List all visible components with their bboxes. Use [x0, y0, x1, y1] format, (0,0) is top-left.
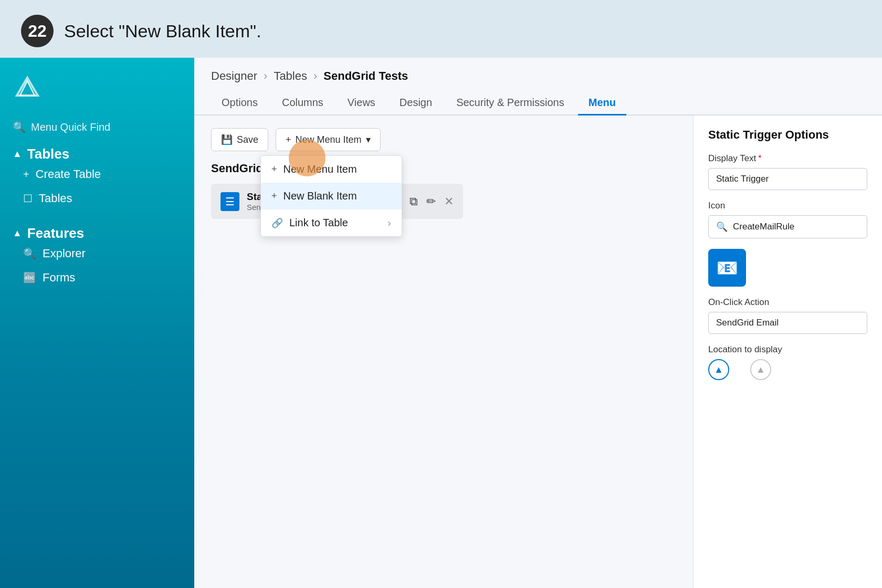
sidebar: 🔍 Menu Quick Find ▲ Tables + Create Tabl… — [0, 58, 194, 588]
search-icon: 🔍 — [13, 121, 26, 133]
dropdown-link-to-table-label: Link to Table — [289, 217, 348, 229]
tables-section-label: Tables — [27, 146, 69, 162]
new-menu-item-button[interactable]: + New Menu Item ▾ — [276, 128, 381, 151]
save-label: Save — [237, 134, 258, 145]
sidebar-logo — [0, 68, 194, 116]
dropdown-new-blank-item[interactable]: + New Blank Item — [261, 183, 402, 209]
breadcrumb-designer[interactable]: Designer — [211, 69, 257, 83]
icon-search-icon: 🔍 — [716, 221, 728, 233]
location-left-icon[interactable]: ▲ — [708, 359, 729, 380]
trigger-panel-title: Static Trigger Options — [708, 128, 867, 142]
main-content: 🔍 Menu Quick Find ▲ Tables + Create Tabl… — [0, 58, 882, 588]
breadcrumb-separator-1: › — [264, 69, 267, 83]
location-toggles: ▲ ▲ — [708, 359, 867, 380]
plus-icon: + — [23, 169, 29, 181]
sidebar-item-forms[interactable]: 🔤 Forms — [13, 266, 182, 290]
sidebar-search[interactable]: 🔍 Menu Quick Find — [0, 116, 194, 139]
table-icon: ☐ — [23, 192, 33, 205]
breadcrumb-current: SendGrid Tests — [323, 69, 408, 83]
tables-section-header[interactable]: ▲ Tables — [13, 146, 182, 162]
dropdown-new-menu-item-label: New Menu Item — [284, 163, 357, 175]
breadcrumb-separator-2: › — [313, 69, 317, 83]
app-logo — [13, 74, 42, 103]
explorer-label: Explorer — [43, 247, 86, 260]
step-number: 22 — [21, 15, 54, 47]
step-instruction: Select "New Blank Item". — [64, 21, 261, 41]
chevron-icon: ▲ — [13, 228, 22, 239]
display-text-input[interactable] — [708, 168, 867, 190]
tables-label: Tables — [39, 192, 72, 205]
on-click-label: On-Click Action — [708, 297, 867, 308]
copy-icon[interactable]: ⧉ — [410, 195, 418, 208]
delete-icon[interactable]: ✕ — [444, 195, 454, 208]
on-click-input[interactable] — [708, 312, 867, 334]
tab-options[interactable]: Options — [211, 91, 268, 116]
sidebar-item-create-table[interactable]: + Create Table — [13, 162, 182, 186]
location-right-icon[interactable]: ▲ — [750, 359, 771, 380]
tab-columns[interactable]: Columns — [271, 91, 334, 116]
tab-views[interactable]: Views — [337, 91, 386, 116]
features-section-label: Features — [27, 225, 84, 242]
edit-icon[interactable]: ✏ — [426, 195, 436, 208]
plus-icon: + — [271, 191, 277, 202]
chevron-icon: ▲ — [13, 149, 22, 160]
features-section-header[interactable]: ▲ Features — [13, 225, 182, 242]
icon-preview: 📧 — [708, 249, 746, 287]
forms-icon: 🔤 — [23, 271, 36, 284]
new-menu-item-label: New Menu Item — [296, 134, 362, 145]
content-area: 💾 Save + New Menu Item ▾ + New — [194, 116, 882, 588]
plus-icon: + — [286, 134, 291, 145]
required-star: * — [758, 154, 761, 163]
toolbar: 💾 Save + New Menu Item ▾ + New — [211, 128, 676, 151]
static-trigger-panel: Static Trigger Options Display Text * Ic… — [693, 116, 882, 588]
tab-menu[interactable]: Menu — [578, 91, 626, 116]
tab-bar: Options Columns Views Design Security & … — [194, 91, 882, 116]
tab-security[interactable]: Security & Permissions — [446, 91, 575, 116]
tab-design[interactable]: Design — [389, 91, 443, 116]
save-button[interactable]: 💾 Save — [211, 128, 268, 151]
icon-preview-symbol: 📧 — [716, 257, 738, 278]
step-header: 22 Select "New Blank Item". — [0, 0, 882, 58]
left-content: 💾 Save + New Menu Item ▾ + New — [194, 116, 693, 588]
breadcrumb: Designer › Tables › SendGrid Tests — [194, 58, 882, 91]
breadcrumb-tables[interactable]: Tables — [274, 69, 307, 83]
create-table-label: Create Table — [36, 167, 101, 181]
sidebar-section-features: ▲ Features 🔍 Explorer 🔤 Forms — [0, 218, 194, 297]
menu-item-actions: ⧉ ✏ ✕ — [410, 195, 454, 208]
menu-item-handle[interactable]: ☰ — [220, 192, 239, 211]
save-icon: 💾 — [221, 134, 233, 145]
sidebar-section-tables: ▲ Tables + Create Table ☐ Tables — [0, 139, 194, 218]
sidebar-search-label: Menu Quick Find — [31, 121, 110, 133]
plus-icon: + — [271, 164, 277, 175]
dropdown-menu: + New Menu Item + New Blank Item 🔗 Link … — [260, 155, 402, 237]
dropdown-new-blank-item-label: New Blank Item — [284, 190, 357, 202]
explorer-icon: 🔍 — [23, 247, 36, 260]
forms-label: Forms — [43, 271, 75, 285]
location-label: Location to display — [708, 344, 867, 355]
sidebar-item-tables[interactable]: ☐ Tables — [13, 186, 182, 211]
icon-search-wrapper: 🔍 — [708, 215, 867, 238]
dropdown-chevron-icon: ▾ — [366, 134, 371, 145]
dropdown-new-menu-item[interactable]: + New Menu Item — [261, 156, 402, 183]
link-icon: 🔗 — [271, 217, 283, 229]
right-panel: Designer › Tables › SendGrid Tests Optio… — [194, 58, 882, 588]
display-text-label: Display Text * — [708, 153, 867, 164]
dropdown-link-to-table[interactable]: 🔗 Link to Table › — [261, 209, 402, 236]
icon-search-input[interactable] — [733, 222, 859, 232]
submenu-arrow-icon: › — [387, 217, 391, 229]
sidebar-item-explorer[interactable]: 🔍 Explorer — [13, 242, 182, 266]
icon-label: Icon — [708, 201, 867, 211]
